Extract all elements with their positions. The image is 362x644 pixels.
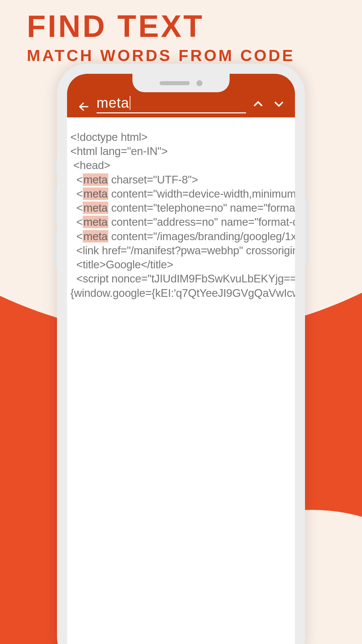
arrow-left-icon (78, 101, 90, 113)
phone-mute-switch (53, 158, 57, 174)
code-line: < (70, 216, 83, 228)
code-line: <head> (70, 159, 110, 171)
phone-mockup: meta <!doctype html> <html lang="en-IN">… (57, 64, 305, 644)
code-line: < (70, 230, 83, 243)
phone-volume-down (53, 231, 57, 268)
phone-notch (132, 74, 230, 92)
code-line: <!doctype html> (70, 131, 147, 143)
code-line: < (70, 187, 83, 200)
back-button[interactable] (77, 100, 90, 113)
camera-icon (196, 80, 202, 86)
phone-screen: meta <!doctype html> <html lang="en-IN">… (67, 74, 295, 644)
code-line: <script nonce="tJIUdIM9FbSwKvuLbEKYjg=="… (70, 272, 295, 285)
code-line: < (70, 173, 83, 186)
text-cursor (130, 96, 130, 110)
code-line: content="width=device-width,minimum-scal… (108, 187, 295, 200)
code-view[interactable]: <!doctype html> <html lang="en-IN"> <hea… (67, 124, 295, 644)
search-match: meta (83, 230, 108, 243)
code-line: content="address=no" name="format-detect… (108, 216, 295, 228)
code-line: content="/images/branding/googleg/1x/goo… (108, 230, 295, 243)
hero: FIND TEXT MATCH WORDS FROM CODE (27, 11, 295, 65)
chevron-up-icon (252, 98, 264, 110)
speaker-icon (160, 81, 190, 85)
code-line: <link href="/manifest?pwa=webhp" crossor… (70, 244, 295, 257)
find-nav (252, 98, 285, 113)
code-line: < (70, 202, 83, 214)
code-line: <title>Google</title> (70, 258, 173, 271)
search-value: meta (97, 95, 129, 111)
hero-title: FIND TEXT (27, 11, 295, 42)
search-field[interactable]: meta (97, 95, 246, 113)
code-line: charset="UTF-8"> (108, 173, 198, 186)
find-next-button[interactable] (273, 98, 285, 111)
search-match: meta (83, 216, 108, 228)
search-match: meta (83, 173, 108, 186)
code-line: {window.google={kEI:'q7QtYeeJI9GVgQaVwIc… (70, 287, 295, 299)
chevron-down-icon (273, 98, 285, 110)
search-match: meta (83, 187, 108, 200)
code-line: <html lang="en-IN"> (70, 145, 168, 157)
search-match: meta (83, 202, 108, 214)
find-prev-button[interactable] (252, 98, 264, 111)
hero-subtitle: MATCH WORDS FROM CODE (27, 46, 295, 65)
phone-power-button (305, 198, 309, 265)
phone-volume-up (53, 188, 57, 225)
code-line: content="telephone=no" name="format-dete… (108, 202, 295, 214)
